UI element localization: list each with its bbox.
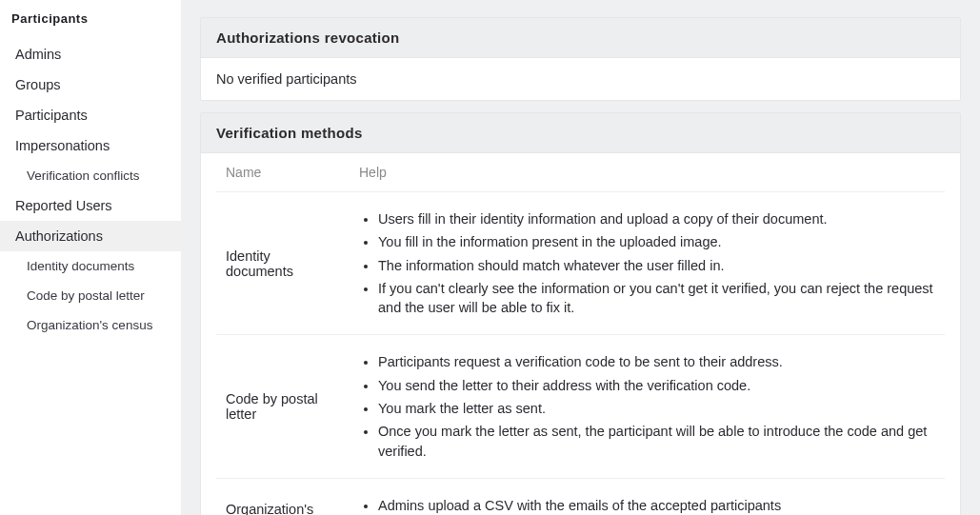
method-name: Identity documents: [216, 192, 350, 335]
sidebar-item-label: Reported Users: [15, 198, 112, 213]
col-name: Name: [216, 153, 350, 192]
method-help-item: The information should match whatever th…: [378, 256, 935, 275]
sidebar-item-code-by-postal-letter[interactable]: Code by postal letter: [0, 281, 181, 310]
method-help: Users fill in their identity information…: [350, 192, 945, 335]
sidebar-heading: Participants: [0, 8, 181, 39]
methods-panel: Verification methods Name Help Identity …: [200, 112, 961, 515]
method-help-list: Participants request a verification code…: [359, 352, 935, 460]
sidebar-item-label: Impersonations: [15, 138, 110, 153]
main-content: Authorizations revocation No verified pa…: [181, 0, 980, 515]
method-name: Code by postal letter: [216, 335, 350, 478]
sidebar-item-authorizations[interactable]: Authorizations: [0, 221, 181, 251]
sidebar-item-label: Authorizations: [15, 228, 103, 244]
method-help-item: Participants request a verification code…: [378, 352, 935, 371]
method-help-item: Users fill in their identity information…: [378, 209, 935, 228]
method-help-item: You fill in the information present in t…: [378, 232, 935, 251]
sidebar-item-label: Verification conflicts: [27, 168, 140, 183]
method-help-item: Once you mark the letter as sent, the pa…: [378, 422, 935, 461]
sidebar-item-label: Organization's census: [27, 318, 152, 332]
methods-table: Name Help Identity documentsUsers fill i…: [216, 153, 945, 515]
method-help-item: Admins upload a CSV with the emails of t…: [378, 496, 935, 515]
table-row: Code by postal letterParticipants reques…: [216, 335, 945, 478]
sidebar-item-label: Identity documents: [27, 259, 134, 273]
sidebar-item-label: Admins: [15, 47, 61, 62]
sidebar-item-organization-s-census[interactable]: Organization's census: [0, 310, 181, 340]
method-help: Participants request a verification code…: [350, 335, 945, 478]
sidebar: Participants AdminsGroupsParticipantsImp…: [0, 0, 181, 515]
sidebar-item-reported-users[interactable]: Reported Users: [0, 190, 181, 221]
method-help-item: You mark the letter as sent.: [378, 399, 935, 418]
sidebar-item-participants[interactable]: Participants: [0, 100, 181, 130]
sidebar-item-identity-documents[interactable]: Identity documents: [0, 251, 181, 281]
sidebar-item-label: Groups: [15, 77, 61, 92]
table-row: Organization's censusAdmins upload a CSV…: [216, 478, 945, 515]
revocation-body: No verified participants: [201, 58, 960, 100]
revocation-title: Authorizations revocation: [201, 18, 960, 58]
method-help-list: Users fill in their identity information…: [359, 209, 935, 317]
methods-title: Verification methods: [201, 113, 960, 153]
sidebar-item-admins[interactable]: Admins: [0, 39, 181, 69]
method-help-item: You send the letter to their address wit…: [378, 376, 935, 395]
method-help-list: Admins upload a CSV with the emails of t…: [359, 496, 935, 515]
table-row: Identity documentsUsers fill in their id…: [216, 192, 945, 335]
method-help: Admins upload a CSV with the emails of t…: [350, 478, 945, 515]
revocation-panel: Authorizations revocation No verified pa…: [200, 17, 961, 101]
sidebar-item-verification-conflicts[interactable]: Verification conflicts: [0, 161, 181, 190]
method-name: Organization's census: [216, 478, 350, 515]
sidebar-item-label: Code by postal letter: [27, 288, 145, 303]
method-help-item: If you can't clearly see the information…: [378, 279, 935, 318]
sidebar-item-groups[interactable]: Groups: [0, 69, 181, 100]
col-help: Help: [350, 153, 945, 192]
sidebar-item-impersonations[interactable]: Impersonations: [0, 130, 181, 161]
sidebar-item-label: Participants: [15, 108, 88, 123]
